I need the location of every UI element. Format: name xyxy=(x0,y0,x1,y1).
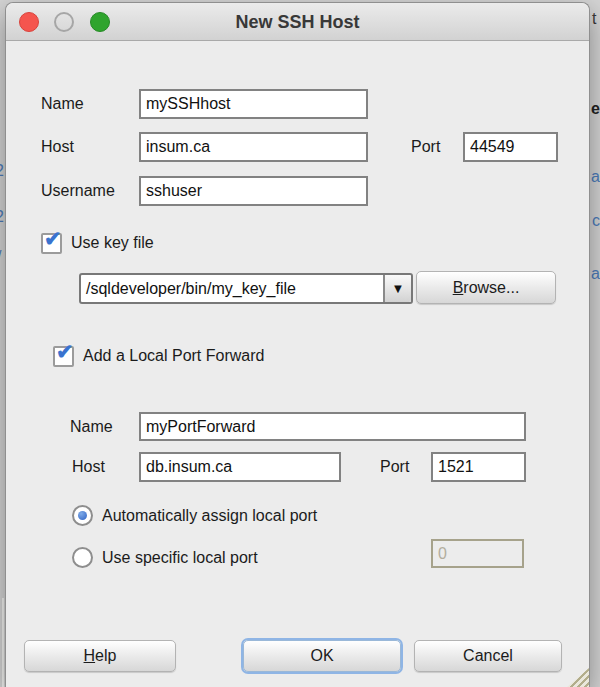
dialog-title: New SSH Host xyxy=(6,3,589,41)
bg-fragment: 2 xyxy=(0,162,4,180)
bg-fragment: t xyxy=(592,10,596,28)
port-label: Port xyxy=(411,132,440,162)
bg-fragment: c xyxy=(592,212,600,230)
use-key-file-label: Use key file xyxy=(71,229,154,257)
checkmark-icon: ✔ xyxy=(56,340,74,364)
new-ssh-host-dialog: New SSH Host Name Host Port Username ✔ U… xyxy=(5,2,590,687)
auto-assign-radio[interactable] xyxy=(72,505,93,526)
forward-host-input[interactable] xyxy=(139,452,341,482)
titlebar[interactable]: New SSH Host xyxy=(6,3,589,41)
forward-name-label: Name xyxy=(70,412,113,441)
checkmark-icon: ✔ xyxy=(44,227,62,251)
auto-assign-label: Automatically assign local port xyxy=(102,505,317,526)
background-window-edge xyxy=(2,598,4,687)
add-port-forward-checkbox[interactable]: ✔ xyxy=(53,346,74,367)
bg-fragment: et xyxy=(591,100,600,118)
use-key-file-checkbox[interactable]: ✔ xyxy=(41,233,62,254)
add-port-forward-label: Add a Local Port Forward xyxy=(83,342,264,370)
bg-fragment: / xyxy=(0,248,1,266)
name-label: Name xyxy=(41,89,84,119)
ok-button[interactable]: OK xyxy=(243,640,401,672)
dropdown-arrow-icon[interactable]: ▼ xyxy=(385,275,411,302)
forward-name-input[interactable] xyxy=(139,412,526,441)
browse-button[interactable]: Browse... xyxy=(416,271,556,304)
bg-fragment: ac xyxy=(591,265,600,283)
username-label: Username xyxy=(41,176,115,206)
forward-port-input[interactable] xyxy=(431,452,526,482)
username-input[interactable] xyxy=(139,176,368,206)
help-button[interactable]: Help xyxy=(24,640,176,672)
bg-fragment: 2 xyxy=(0,208,4,226)
port-input[interactable] xyxy=(463,132,558,162)
cancel-button[interactable]: Cancel xyxy=(414,640,562,672)
name-input[interactable] xyxy=(139,89,368,119)
forward-host-label: Host xyxy=(72,452,105,482)
key-file-path[interactable]: /sqldeveloper/bin/my_key_file xyxy=(81,275,385,302)
resize-grip-icon[interactable] xyxy=(567,668,589,687)
specific-port-input xyxy=(431,539,524,568)
bg-fragment: ac xyxy=(591,168,600,186)
specific-port-label: Use specific local port xyxy=(102,547,258,568)
forward-port-label: Port xyxy=(380,452,409,482)
key-file-combobox[interactable]: /sqldeveloper/bin/my_key_file ▼ xyxy=(79,273,413,304)
host-input[interactable] xyxy=(139,132,368,162)
specific-port-radio[interactable] xyxy=(72,547,93,568)
host-label: Host xyxy=(41,132,74,162)
